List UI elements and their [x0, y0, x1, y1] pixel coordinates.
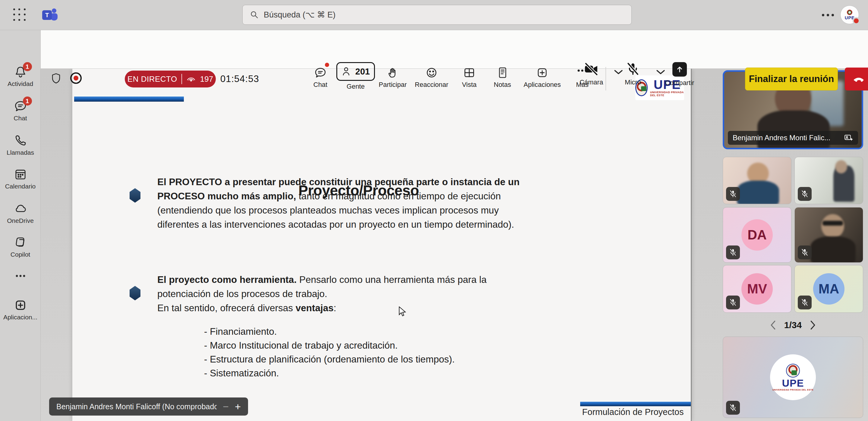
calendar-icon	[14, 168, 27, 181]
participant-video-tile[interactable]	[795, 207, 863, 263]
participant-muted-icon	[798, 296, 812, 309]
search-bar[interactable]	[242, 5, 632, 25]
smiley-icon	[425, 62, 438, 79]
list-item: - Estructura de planificación (ordenamie…	[204, 352, 455, 366]
sidebar-item-aplicaciones[interactable]: Aplicacion...	[0, 299, 41, 321]
gallery-view-icon	[463, 62, 475, 79]
app-launcher-icon[interactable]	[13, 8, 27, 22]
sidebar-more-button[interactable]	[0, 274, 41, 280]
teams-logo: T	[42, 7, 60, 23]
people-count-box: 201	[336, 62, 375, 81]
mic-toggle[interactable]: Micro	[616, 62, 650, 86]
live-badge[interactable]: EN DIRECTO 197	[125, 70, 216, 87]
video-feed	[823, 221, 843, 225]
participant-video-tile[interactable]	[723, 157, 792, 204]
tab-notas[interactable]: Notas	[480, 62, 525, 92]
participant-logo-tile[interactable]: UPE UNIVERSIDAD PRIVADA DEL ESTE	[723, 336, 863, 418]
shared-slide: UPE UNIVERSIDAD PRIVADA DEL ESTE Proyect…	[72, 69, 692, 421]
next-page-chevron-icon[interactable]	[809, 320, 816, 330]
participant-count: 201	[355, 67, 370, 77]
list-item: - Marco Institucional de trabajo y acred…	[204, 338, 455, 352]
phone-icon	[14, 134, 27, 147]
participant-muted-icon	[726, 401, 740, 415]
teams-logo-t: T	[42, 10, 52, 20]
topbar-more-menu[interactable]	[817, 9, 838, 21]
participants-pagination: 1/34	[723, 317, 863, 334]
participant-video-tile[interactable]	[795, 157, 863, 204]
user-avatar[interactable]: UPE	[840, 5, 859, 24]
slide-footer-text: Formulación de Proyectos	[567, 407, 699, 417]
app-topbar: T UPE	[0, 0, 868, 30]
sidebar-item-copilot[interactable]: Copilot	[0, 236, 41, 258]
spotlight-person-icon[interactable]	[844, 134, 853, 142]
presenter-control-bar: Benjamin Andres Monti Falicoff (No compr…	[49, 397, 248, 416]
security-shield-icon	[50, 72, 62, 85]
upe-logo-avatar: UPE UNIVERSIDAD PRIVADA DEL ESTE	[770, 354, 816, 400]
zoom-in-button[interactable]: +	[235, 401, 241, 412]
slide-paragraph-2: El proyecto como herramienta. Pensarlo c…	[157, 273, 579, 315]
cloud-icon	[14, 202, 27, 215]
video-feed	[835, 160, 847, 173]
ellipsis-icon	[14, 274, 27, 280]
sidebar-item-chat[interactable]: 1 Chat	[0, 99, 41, 122]
participant-muted-icon	[798, 187, 812, 201]
meeting-stage: UPE UNIVERSIDAD PRIVADA DEL ESTE Proyect…	[41, 69, 868, 421]
slide-right-edge	[691, 69, 692, 421]
participant-initials-tile[interactable]: DA	[723, 207, 792, 263]
camera-toggle[interactable]: Cámara	[575, 62, 608, 86]
advantages-list: - Financiamiento. - Marco Institucional …	[204, 325, 455, 380]
chat-bubble-icon: 1	[14, 99, 27, 113]
upe-emblem-icon	[786, 364, 800, 378]
actividad-badge: 1	[23, 62, 32, 71]
hangup-icon	[853, 76, 864, 82]
participant-muted-icon	[798, 245, 812, 259]
slide-accent-bar-bottom	[580, 402, 691, 406]
presence-busy-indicator	[852, 17, 860, 24]
video-feed	[737, 181, 779, 204]
meeting-chat-icon	[314, 62, 327, 79]
teams-meeting-window: T UPE 1 Actividad	[0, 0, 868, 421]
search-icon	[250, 10, 259, 19]
people-icon	[341, 66, 353, 77]
tab-participar[interactable]: Participar	[370, 62, 415, 92]
participant-initials: MV	[741, 273, 773, 305]
presenter-name: Benjamin Andres Monti Falicoff (No compr…	[56, 402, 217, 411]
list-item: - Sistematización.	[204, 366, 455, 380]
leave-button[interactable]: Salir	[845, 67, 868, 90]
app-sidebar: 1 Actividad 1 Chat Llamadas	[0, 30, 41, 421]
share-button[interactable]: Compartir	[660, 62, 699, 87]
add-app-icon	[14, 299, 27, 312]
raise-hand-icon	[387, 62, 399, 79]
share-screen-icon	[673, 62, 687, 77]
recording-indicator-icon	[70, 72, 82, 84]
end-meeting-button[interactable]: Finalizar la reunión	[745, 67, 838, 90]
sidebar-item-actividad[interactable]: 1 Actividad	[0, 65, 41, 87]
slide-accent-bar-top	[74, 96, 184, 102]
previous-page-chevron-icon[interactable]	[770, 320, 776, 330]
participant-initials: MA	[813, 273, 844, 305]
participant-initials-tile[interactable]: MA	[795, 265, 863, 313]
chat-badge: 1	[23, 96, 32, 106]
chat-notification-dot	[325, 63, 329, 67]
viewer-count: 197	[200, 74, 213, 84]
participant-muted-icon	[726, 187, 740, 201]
active-speaker-name-bar: Benjamin Andres Monti Falic...	[728, 131, 858, 145]
page-indicator: 1/34	[784, 320, 802, 330]
bullet-hexagon	[130, 286, 141, 300]
viewers-eye-icon	[186, 76, 196, 83]
zoom-out-button[interactable]: −	[223, 401, 229, 412]
sidebar-item-calendario[interactable]: Calendario	[0, 168, 41, 190]
participant-initials-tile[interactable]: MV	[723, 265, 792, 313]
sidebar-item-llamadas[interactable]: Llamadas	[0, 134, 41, 156]
copilot-icon	[14, 236, 27, 249]
list-item: - Financiamiento.	[204, 325, 455, 338]
meeting-timer: 01:54:53	[220, 73, 259, 85]
meeting-toolbar: EN DIRECTO 197 01:54:53 Chat	[41, 30, 868, 69]
participant-muted-icon	[726, 245, 740, 259]
bell-icon: 1	[14, 65, 27, 79]
search-input[interactable]	[264, 10, 624, 20]
participant-muted-icon	[726, 296, 740, 309]
sidebar-item-onedrive[interactable]: OneDrive	[0, 202, 41, 224]
participant-initials: DA	[741, 219, 773, 250]
tab-aplicaciones[interactable]: Aplicaciones	[520, 62, 565, 92]
